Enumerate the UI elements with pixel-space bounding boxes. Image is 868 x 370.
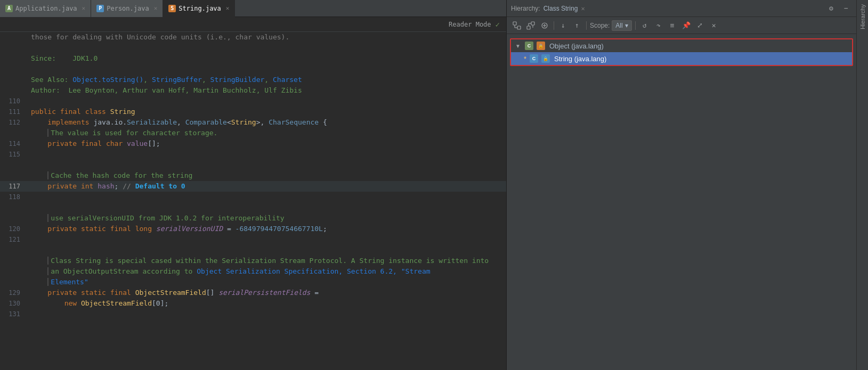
- code-line: 120 private static final long serialVers…: [0, 224, 506, 234]
- tab-label-application: Application.java: [15, 5, 77, 12]
- hierarchy-header-close[interactable]: ✕: [581, 5, 585, 12]
- tab-close-person[interactable]: ✕: [154, 5, 158, 12]
- tab-label-person: Person.java: [107, 5, 149, 12]
- hierarchy-toolbar: ↓ ↑ Scope: All ▾ ↺ ↷ ≡ 📌 ⤢ ✕: [507, 17, 856, 34]
- line-content: public final class String: [27, 106, 506, 117]
- editor-panel: A Application.java ✕ P Person.java ✕ S S…: [0, 0, 506, 370]
- line-number: [0, 75, 27, 85]
- tab-string[interactable]: S String.java ✕: [163, 0, 235, 17]
- code-area[interactable]: those for dealing with Unicode code unit…: [0, 32, 506, 370]
- all-supertypes-icon: [540, 21, 549, 30]
- line-content: Class String is special cased within the…: [27, 256, 506, 266]
- line-content: Author: Lee Boynton, Arthur van Hoff, Ma…: [27, 85, 506, 96]
- line-content: private static final long serialVersionU…: [27, 224, 506, 234]
- line-number: [0, 256, 27, 266]
- hierarchy-class-name: Class String: [543, 5, 578, 12]
- hierarchy-tree[interactable]: ▼ C 🔒 Object (java.lang) * C 🔒 String (j…: [507, 34, 856, 370]
- code-line: [0, 64, 506, 75]
- tree-item-object[interactable]: ▼ C 🔒 Object (java.lang): [511, 39, 852, 52]
- code-line-highlighted: 117 private int hash; // Default to 0: [0, 181, 506, 192]
- code-line: those for dealing with Unicode code unit…: [0, 32, 506, 43]
- line-content: Since: JDK1.0: [27, 53, 506, 64]
- tab-bar: A Application.java ✕ P Person.java ✕ S S…: [0, 0, 506, 17]
- toolbar-show-subtypes[interactable]: [511, 20, 523, 31]
- code-line: Since: JDK1.0: [0, 53, 506, 64]
- scope-dropdown[interactable]: All ▾: [612, 20, 631, 31]
- line-content: [27, 234, 506, 245]
- line-content: [27, 64, 506, 75]
- toolbar-show-all-supertypes[interactable]: [539, 20, 550, 31]
- line-number: 110: [0, 96, 27, 106]
- line-content: The value is used for character storage.: [27, 128, 506, 138]
- code-line: 114 private final char value[];: [0, 138, 506, 149]
- line-number: 121: [0, 234, 27, 245]
- toolbar-show-supertypes[interactable]: [525, 20, 537, 31]
- toolbar-expand-all[interactable]: ≡: [667, 20, 678, 31]
- code-line: 129 private static final ObjectStreamFie…: [0, 287, 506, 298]
- code-line: 130 new ObjectStreamField[0];: [0, 298, 506, 309]
- svg-rect-5: [527, 26, 530, 29]
- tab-application[interactable]: A Application.java ✕: [0, 0, 91, 17]
- vertical-tab-hierarchy[interactable]: Hierarchy: [858, 0, 867, 34]
- hierarchy-selection-box: ▼ C 🔒 Object (java.lang) * C 🔒 String (j…: [510, 38, 853, 66]
- line-content: See Also: Object.toString(), StringBuffe…: [27, 75, 506, 85]
- tree-item-string[interactable]: * C 🔒 String (java.lang): [511, 52, 852, 65]
- line-content: [27, 202, 506, 213]
- tab-person[interactable]: P Person.java ✕: [91, 0, 163, 17]
- line-content: [27, 149, 506, 160]
- line-content: private static final ObjectStreamField[]…: [27, 287, 506, 298]
- minimize-button[interactable]: −: [840, 3, 852, 14]
- tree-item-object-label: Object (java.lang): [549, 42, 604, 50]
- code-line: 112 implements java.io.Serializable, Com…: [0, 117, 506, 128]
- expand-toggle-object[interactable]: ▼: [515, 43, 523, 49]
- line-content: [27, 309, 506, 319]
- line-content: [27, 160, 506, 170]
- line-number: 112: [0, 117, 27, 128]
- scope-dropdown-arrow: ▾: [625, 22, 628, 29]
- reader-bar: Reader Mode ✓: [0, 17, 506, 32]
- code-line: Author: Lee Boynton, Arthur van Hoff, Ma…: [0, 85, 506, 96]
- toolbar-separator-2: [586, 21, 587, 30]
- line-content: [27, 96, 506, 106]
- toolbar-refresh[interactable]: ↺: [639, 20, 651, 31]
- panel-right-icons: ⚙ −: [825, 3, 852, 14]
- toolbar-close[interactable]: ✕: [708, 20, 720, 31]
- hierarchy-title-label: Hierarchy:: [511, 5, 540, 12]
- tab-close-string[interactable]: ✕: [226, 5, 230, 12]
- line-content: an ObjectOutputStream according to Objec…: [27, 266, 506, 277]
- code-line: 110: [0, 96, 506, 106]
- toolbar-navigate-down[interactable]: ↓: [557, 20, 569, 31]
- code-line: [0, 202, 506, 213]
- code-line: 115: [0, 149, 506, 160]
- line-number: [0, 245, 27, 256]
- svg-rect-0: [513, 22, 516, 25]
- line-number: [0, 170, 27, 181]
- line-content: those for dealing with Unicode code unit…: [27, 32, 506, 43]
- tab-close-application[interactable]: ✕: [82, 5, 86, 12]
- line-number: 114: [0, 138, 27, 149]
- line-number: [0, 85, 27, 96]
- toolbar-separator: [554, 21, 554, 30]
- toolbar-navigate-up[interactable]: ↑: [571, 20, 583, 31]
- reader-mode-label[interactable]: Reader Mode: [449, 21, 491, 28]
- svg-rect-1: [517, 26, 521, 29]
- code-line: The value is used for character storage.: [0, 128, 506, 138]
- string-class-icon: C: [530, 54, 538, 63]
- supertypes-icon: [526, 21, 535, 30]
- line-content: private final char value[];: [27, 138, 506, 149]
- settings-button[interactable]: ⚙: [825, 3, 837, 14]
- object-class-icon: C: [525, 42, 533, 50]
- toolbar-open-in-editor[interactable]: ⤢: [694, 20, 706, 31]
- toolbar-pin[interactable]: ↷: [653, 20, 664, 31]
- line-number: 130: [0, 298, 27, 309]
- line-content: [27, 245, 506, 256]
- toolbar-autoscroll[interactable]: 📌: [680, 20, 692, 31]
- line-number: [0, 64, 27, 75]
- line-number: 131: [0, 309, 27, 319]
- line-content: Elements": [27, 277, 506, 287]
- line-number: [0, 43, 27, 53]
- line-number: 129: [0, 287, 27, 298]
- line-number: [0, 128, 27, 138]
- code-line: Cache the hash code for the string: [0, 170, 506, 181]
- line-number: [0, 160, 27, 170]
